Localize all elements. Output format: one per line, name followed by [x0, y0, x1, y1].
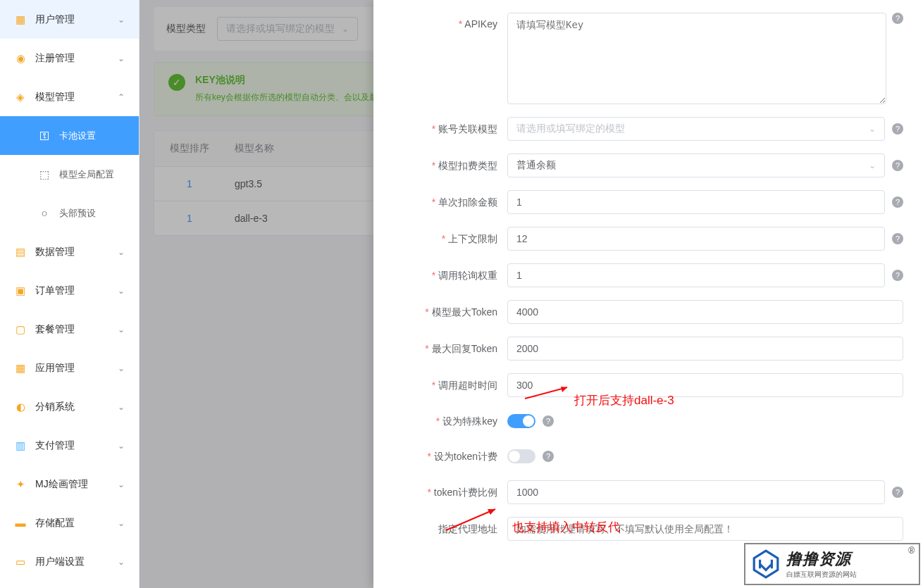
- order-icon: ▣: [14, 284, 27, 297]
- sidebar-label: MJ绘画管理: [35, 478, 88, 491]
- chevron-down-icon: ⌄: [118, 518, 125, 528]
- special-key-switch[interactable]: [507, 414, 535, 428]
- watermark-logo-icon: [751, 549, 781, 579]
- key-icon: ⚿: [38, 130, 51, 142]
- registered-icon: ®: [908, 546, 915, 556]
- label-token-ratio: token计费比例: [373, 481, 507, 503]
- cube-icon: ⬚: [38, 168, 51, 181]
- sidebar-item-register[interactable]: ◉ 注册管理 ⌄: [0, 39, 139, 77]
- sidebar-label: 支付管理: [35, 439, 75, 452]
- timeout-input[interactable]: [507, 373, 903, 397]
- chevron-down-icon: ⌄: [869, 161, 876, 170]
- chevron-down-icon: ⌄: [118, 480, 125, 489]
- sidebar-item-user[interactable]: ▦ 用户管理 ⌄: [0, 0, 139, 39]
- data-icon: ▤: [14, 246, 27, 258]
- label-special: 设为特殊key: [373, 410, 507, 432]
- chevron-down-icon: ⌄: [118, 557, 125, 567]
- chevron-down-icon: ⌄: [118, 402, 125, 412]
- dist-icon: ◐: [14, 401, 27, 413]
- client-icon: ▭: [14, 556, 27, 568]
- chevron-down-icon: ⌄: [118, 441, 125, 451]
- label-apikey: APIKey: [373, 13, 507, 35]
- deduct-input[interactable]: [507, 190, 885, 214]
- sidebar-item-mj[interactable]: ✦ MJ绘画管理 ⌄: [0, 465, 139, 503]
- label-bind-model: 账号关联模型: [373, 118, 507, 140]
- sidebar-item-apps[interactable]: ▦ 应用管理 ⌄: [0, 349, 139, 387]
- sidebar-item-model-global[interactable]: ⬚ 模型全局配置: [0, 155, 139, 194]
- sidebar: ▦ 用户管理 ⌄ ◉ 注册管理 ⌄ ◈ 模型管理 ⌃ ⚿ 卡池设置 ⬚ 模型全局…: [0, 0, 140, 588]
- sidebar-label: 订单管理: [35, 284, 75, 297]
- mj-icon: ✦: [14, 478, 27, 491]
- help-icon[interactable]: ?: [892, 487, 903, 498]
- package-icon: ▢: [14, 323, 27, 336]
- sidebar-label: 卡池设置: [59, 130, 96, 142]
- select-value: 普通余额: [516, 159, 556, 172]
- reply-token-input[interactable]: [507, 337, 903, 361]
- apikey-input[interactable]: [507, 13, 886, 104]
- sidebar-label: 数据管理: [35, 246, 75, 258]
- help-icon[interactable]: ?: [892, 13, 903, 24]
- chevron-down-icon: ⌄: [118, 247, 125, 257]
- sidebar-label: 模型管理: [35, 91, 75, 104]
- sidebar-label: 模型全局配置: [59, 168, 114, 181]
- chevron-down-icon: ⌄: [118, 286, 125, 296]
- sidebar-item-pay[interactable]: ▥ 支付管理 ⌄: [0, 426, 139, 465]
- sidebar-label: 分销系统: [35, 401, 75, 413]
- label-weight: 调用轮询权重: [373, 264, 507, 287]
- label-token-fee: 设为token计费: [373, 445, 507, 468]
- sidebar-item-distribute[interactable]: ◐ 分销系统 ⌄: [0, 387, 139, 426]
- select-placeholder: 请选用或填写绑定的模型: [516, 123, 625, 135]
- help-icon[interactable]: ?: [892, 123, 903, 135]
- bind-model-select[interactable]: 请选用或填写绑定的模型 ⌄: [507, 117, 885, 141]
- label-fee-type: 模型扣费类型: [373, 154, 507, 177]
- max-token-input[interactable]: [507, 300, 903, 324]
- watermark-subtitle: 白嫖互联网资源的网站: [786, 570, 857, 580]
- svg-marker-4: [754, 551, 778, 577]
- help-icon[interactable]: ?: [892, 160, 903, 171]
- sidebar-item-model[interactable]: ◈ 模型管理 ⌃: [0, 77, 139, 116]
- label-context: 上下文限制: [373, 227, 507, 250]
- sidebar-item-storage[interactable]: ▬ 存储配置 ⌄: [0, 503, 139, 542]
- chevron-down-icon: ⌄: [118, 363, 125, 373]
- label-reply-token: 最大回复Token: [373, 337, 507, 360]
- label-timeout: 调用超时时间: [373, 374, 507, 396]
- help-icon[interactable]: ?: [543, 415, 554, 427]
- label-deduct: 单次扣除金额: [373, 191, 507, 213]
- context-input[interactable]: [507, 227, 885, 251]
- sidebar-item-data[interactable]: ▤ 数据管理 ⌄: [0, 232, 139, 271]
- sidebar-item-header-preset[interactable]: ○ 头部预设: [0, 194, 139, 232]
- sidebar-item-risk[interactable]: ◊ 风控管理 ⌄: [0, 581, 139, 588]
- sidebar-label: 注册管理: [35, 52, 75, 65]
- sidebar-label: 头部预设: [59, 207, 96, 220]
- sidebar-item-client[interactable]: ▭ 用户端设置 ⌄: [0, 542, 139, 581]
- sidebar-label: 用户管理: [35, 13, 75, 26]
- model-icon: ◈: [14, 91, 27, 104]
- fee-type-select[interactable]: 普通余额 ⌄: [507, 154, 885, 177]
- sidebar-label: 用户端设置: [35, 556, 85, 568]
- help-icon[interactable]: ?: [543, 451, 554, 462]
- svg-marker-3: [488, 509, 495, 515]
- chevron-up-icon: ⌃: [118, 92, 125, 102]
- circle-icon: ○: [38, 207, 51, 220]
- sidebar-label: 套餐管理: [35, 323, 75, 336]
- watermark-title: 撸撸资源: [786, 549, 857, 570]
- register-icon: ◉: [14, 52, 27, 65]
- users-icon: ▦: [14, 13, 27, 26]
- proxy-input[interactable]: [507, 517, 903, 541]
- watermark-badge: 撸撸资源 白嫖互联网资源的网站 ®: [744, 543, 920, 585]
- help-icon[interactable]: ?: [892, 196, 903, 208]
- weight-input[interactable]: [507, 263, 885, 287]
- pay-icon: ▥: [14, 439, 27, 452]
- help-icon[interactable]: ?: [892, 233, 903, 244]
- help-icon[interactable]: ?: [892, 270, 903, 281]
- sidebar-item-package[interactable]: ▢ 套餐管理 ⌄: [0, 310, 139, 349]
- chevron-down-icon: ⌄: [118, 15, 125, 25]
- chevron-down-icon: ⌄: [869, 124, 876, 134]
- token-ratio-input[interactable]: [507, 480, 885, 504]
- label-proxy: 指定代理地址: [373, 518, 507, 540]
- label-max-token: 模型最大Token: [373, 301, 507, 323]
- storage-icon: ▬: [14, 517, 27, 530]
- token-fee-switch[interactable]: [507, 449, 535, 463]
- sidebar-item-order[interactable]: ▣ 订单管理 ⌄: [0, 271, 139, 310]
- sidebar-item-card-pool[interactable]: ⚿ 卡池设置: [0, 116, 139, 155]
